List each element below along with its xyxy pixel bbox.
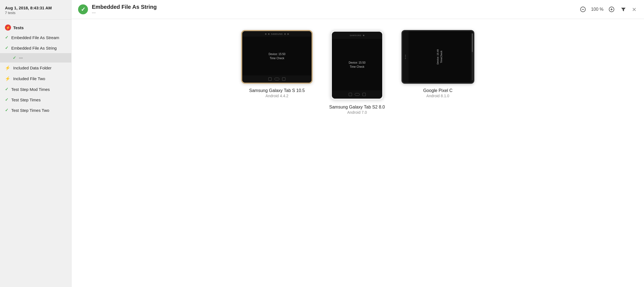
- bolt-icon-file-two: ⚡: [5, 76, 10, 81]
- filter-button[interactable]: [620, 6, 627, 13]
- pixel-c-inner: Device: 15:49 TimeCheck: [403, 31, 473, 83]
- sidebar-subitem-triple-dash[interactable]: ✓ ---: [0, 53, 71, 63]
- zoom-in-button[interactable]: [607, 5, 616, 13]
- sidebar-item-included-data-folder[interactable]: ⚡ Included Data Folder: [0, 63, 71, 73]
- tab-s-105-nav-back: [268, 77, 272, 81]
- device-card-pixel-c: Device: 15:49 TimeCheck Google Pixel C: [401, 30, 474, 98]
- samsung-logo-2: SAMSUNG: [350, 34, 361, 36]
- check-icon-times: ✓: [5, 97, 9, 102]
- tab-s-105-screen: Device: 15:50 Time Check: [242, 37, 312, 75]
- check-icon-stream: ✓: [5, 35, 9, 40]
- sidebar-section-tests: ⚡ Tests: [0, 23, 71, 32]
- tablet-frame-tab-s-105: SAMSUNG Device: 15:50 Time Check: [241, 30, 313, 84]
- pixel-c-right-bar: [470, 31, 473, 83]
- pixel-c-dot-2: [405, 56, 406, 57]
- device-info-tab-s2-80: Samsung Galaxy Tab S2 8.0 Android 7.0: [329, 105, 385, 115]
- tab-s-105-frame: SAMSUNG Device: 15:50 Time Check: [241, 30, 313, 84]
- device-card-tab-s-105: SAMSUNG Device: 15:50 Time Check: [241, 30, 313, 98]
- pixel-c-screen-text: Device: 15:49 TimeCheck: [436, 49, 443, 64]
- pixel-c-screen: Device: 15:49 TimeCheck: [409, 31, 470, 83]
- tab-s-105-dot3: [284, 33, 286, 35]
- device-name-tab-s-105: Samsung Galaxy Tab S 10.5: [249, 88, 305, 93]
- sidebar-item-embedded-file-stream[interactable]: ✓ Embedded File As Stream: [0, 32, 71, 43]
- device-info-pixel-c: Google Pixel C Android 8.1.0: [423, 88, 453, 98]
- sidebar-header: Aug 1, 2018, 8:43:31 AM 7 tests: [0, 6, 71, 19]
- sidebar-section-label-text: Tests: [13, 25, 24, 30]
- tab-s2-80-screen-text: Device: 15:50 Time Check: [349, 61, 365, 69]
- tab-s2-80-bezel-top: SAMSUNG: [332, 32, 382, 39]
- check-icon-string: ✓: [5, 45, 9, 50]
- device-os-pixel-c: Android 8.1.0: [423, 94, 453, 98]
- close-button[interactable]: ×: [631, 4, 637, 15]
- sidebar-item-test-step-times-two[interactable]: ✓ Test Step Times Two: [0, 105, 71, 115]
- tab-s-105-inner: SAMSUNG Device: 15:50 Time Check: [242, 31, 312, 83]
- device-os-tab-s2-80: Android 7.0: [329, 110, 385, 115]
- topbar-title-block: Embedded File As String ---: [92, 4, 575, 15]
- sidebar-label-embedded-file-stream: Embedded File As Stream: [11, 35, 59, 40]
- svg-marker-5: [621, 8, 626, 11]
- pixel-c-scrollbar-thumb: [472, 33, 473, 52]
- sidebar: Aug 1, 2018, 8:43:31 AM 7 tests ⚡ Tests …: [0, 0, 71, 287]
- tab-s-105-dot4: [287, 33, 289, 35]
- tab-s2-80-nav-recent: [362, 93, 366, 96]
- sidebar-divider: [0, 19, 71, 20]
- device-info-tab-s-105: Samsung Galaxy Tab S 10.5 Android 4.4.2: [249, 88, 305, 98]
- sidebar-label-included-file-two: Included File Two: [13, 76, 45, 81]
- sidebar-label-test-step-times-two: Test Step Times Two: [11, 108, 49, 113]
- pixel-c-side-bar: [403, 31, 409, 83]
- pixel-c-dot-1: [405, 55, 406, 56]
- pixel-c-dot-3: [405, 58, 406, 59]
- pixel-c-scrollbar: [472, 33, 473, 80]
- sidebar-test-count: 7 tests: [5, 11, 66, 15]
- topbar-controls: 100 % ×: [579, 4, 637, 15]
- sidebar-label-included-data-folder: Included Data Folder: [13, 66, 51, 70]
- sidebar-date: Aug 1, 2018, 8:43:31 AM: [5, 6, 66, 10]
- device-name-tab-s2-80: Samsung Galaxy Tab S2 8.0: [329, 105, 385, 110]
- topbar-title: Embedded File As String: [92, 4, 575, 10]
- check-icon-mod-times: ✓: [5, 87, 9, 92]
- sidebar-item-included-file-two[interactable]: ⚡ Included File Two: [0, 73, 71, 84]
- device-card-tab-s2-80: SAMSUNG Device: 15:50 Time Check: [329, 30, 385, 115]
- sidebar-label-test-step-mod-times: Test Step Mod Times: [11, 87, 50, 92]
- bolt-icon-data-folder: ⚡: [5, 65, 10, 71]
- tab-s-105-dot1: [265, 33, 266, 35]
- topbar-subtitle: ---: [92, 10, 575, 15]
- topbar: ✓ Embedded File As String --- 100 %: [71, 0, 644, 19]
- tablet-frame-tab-s2-80: SAMSUNG Device: 15:50 Time Check: [330, 30, 384, 100]
- topbar-status-icon: ✓: [78, 4, 88, 14]
- tablet-frame-pixel-c: Device: 15:49 TimeCheck: [401, 30, 474, 84]
- pixel-c-frame: Device: 15:49 TimeCheck: [401, 30, 474, 84]
- check-icon-times-two: ✓: [5, 108, 9, 113]
- sidebar-item-test-step-mod-times[interactable]: ✓ Test Step Mod Times: [0, 84, 71, 94]
- tab-s2-80-bezel-bottom: [332, 90, 382, 99]
- pixel-c-dots: [405, 55, 406, 59]
- tab-s2-80-camera: [363, 35, 364, 36]
- samsung-logo-1: SAMSUNG: [271, 33, 283, 35]
- tab-s-105-dot2: [268, 33, 269, 35]
- tab-s2-80-inner: SAMSUNG Device: 15:50 Time Check: [332, 32, 382, 99]
- tab-s-105-nav-recent: [282, 77, 285, 81]
- tests-bolt-icon: ⚡: [5, 25, 11, 31]
- tab-s2-80-home-btn: [355, 93, 360, 96]
- device-grid: SAMSUNG Device: 15:50 Time Check: [71, 19, 644, 287]
- sidebar-item-embedded-file-string[interactable]: ✓ Embedded File As String: [0, 43, 71, 53]
- tab-s-105-bezel-top: SAMSUNG: [242, 31, 312, 37]
- tab-s-105-bezel-bottom: [242, 75, 312, 83]
- tab-s-105-screen-text: Device: 15:50 Time Check: [269, 52, 285, 60]
- sidebar-label-embedded-file-string: Embedded File As String: [11, 46, 57, 50]
- check-icon-dash: ✓: [13, 55, 16, 60]
- zoom-out-button[interactable]: [579, 5, 587, 13]
- main-content: ✓ Embedded File As String --- 100 %: [71, 0, 644, 287]
- tab-s2-80-nav-back: [349, 93, 352, 96]
- device-os-tab-s-105: Android 4.4.2: [249, 94, 305, 98]
- tab-s2-80-frame: SAMSUNG Device: 15:50 Time Check: [330, 30, 384, 100]
- tab-s2-80-screen: Device: 15:50 Time Check: [332, 39, 382, 90]
- sidebar-subitem-label-dash: ---: [19, 56, 23, 60]
- device-name-pixel-c: Google Pixel C: [423, 88, 453, 93]
- tab-s-105-home-btn: [274, 78, 279, 80]
- sidebar-label-test-step-times: Test Step Times: [11, 98, 41, 102]
- sidebar-item-test-step-times[interactable]: ✓ Test Step Times: [0, 94, 71, 105]
- zoom-level: 100 %: [591, 7, 603, 12]
